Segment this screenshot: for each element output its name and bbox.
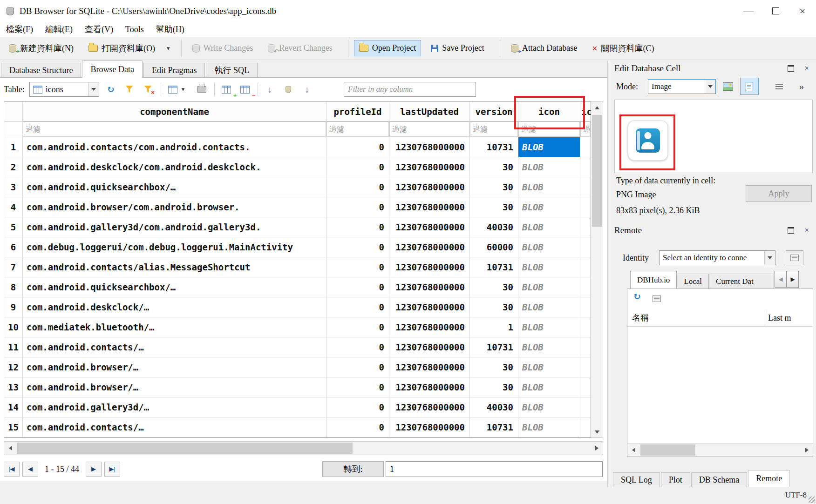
row-number[interactable]: 9: [4, 297, 23, 317]
mode-select-arrow[interactable]: [705, 80, 715, 94]
cell-version[interactable]: 60000: [470, 237, 518, 257]
filter-input-profileId[interactable]: [326, 121, 389, 137]
scroll-left-button[interactable]: [627, 444, 639, 457]
cell-partial[interactable]: [580, 337, 591, 357]
close-button[interactable]: ×: [789, 0, 816, 22]
cell-icon[interactable]: BLOB: [518, 257, 580, 277]
table-select[interactable]: icons: [29, 82, 99, 97]
cell-icon[interactable]: BLOB: [518, 397, 580, 417]
horizontal-scrollbar[interactable]: [4, 441, 603, 455]
insert-column-button[interactable]: ↓: [263, 82, 277, 96]
float-panel-button[interactable]: [785, 225, 797, 236]
mode-select[interactable]: Image: [648, 79, 716, 94]
maximize-button[interactable]: [762, 0, 789, 22]
cell-componentName[interactable]: com.android.contacts/…: [23, 417, 326, 437]
first-record-button[interactable]: |◀: [4, 462, 20, 477]
cell-lastUpdated[interactable]: 1230768000000: [389, 157, 470, 177]
cell-icon[interactable]: BLOB: [518, 417, 580, 437]
cell-lastUpdated[interactable]: 1230768000000: [389, 297, 470, 317]
cell-version[interactable]: 30: [470, 297, 518, 317]
cell-partial[interactable]: [580, 197, 591, 217]
cell-partial[interactable]: [580, 237, 591, 257]
table-row[interactable]: 13 com.android.browser/… 0 1230768000000…: [4, 377, 591, 397]
cell-version[interactable]: 40030: [470, 397, 518, 417]
cell-version[interactable]: 30: [470, 277, 518, 297]
table-row[interactable]: 1 com.android.contacts/com.android.conta…: [4, 137, 591, 157]
cell-profileId[interactable]: 0: [326, 397, 389, 417]
cell-componentName[interactable]: com.android.contacts/com.android.contact…: [23, 137, 326, 157]
cell-profileId[interactable]: 0: [326, 257, 389, 277]
cell-partial[interactable]: [580, 157, 591, 177]
filter-input-version[interactable]: [470, 121, 518, 137]
row-number[interactable]: 4: [4, 197, 23, 217]
cell-icon[interactable]: BLOB: [518, 357, 580, 377]
table-row[interactable]: 15 com.android.contacts/… 0 123076800000…: [4, 417, 591, 437]
cell-componentName[interactable]: com.android.deskclock/…: [23, 297, 326, 317]
column-header-lastUpdated[interactable]: lastUpdated: [389, 102, 470, 121]
filter-button[interactable]: [122, 82, 136, 96]
open-project-button[interactable]: Open Project: [354, 40, 421, 56]
sort-column-button[interactable]: ↓: [300, 82, 314, 96]
clear-filters-button[interactable]: ×: [141, 82, 155, 96]
tab-edit-pragmas[interactable]: Edit Pragmas: [143, 63, 205, 77]
cell-componentName[interactable]: com.android.browser/…: [23, 377, 326, 397]
remote-scrollbar-thumb[interactable]: [640, 444, 695, 456]
row-number[interactable]: 8: [4, 277, 23, 297]
tab-database-structure[interactable]: Database Structure: [1, 63, 81, 77]
cell-componentName[interactable]: com.android.browser/…: [23, 357, 326, 377]
horizontal-scrollbar-thumb[interactable]: [17, 443, 353, 454]
cell-componentName[interactable]: com.android.browser/com.android.browser.: [23, 197, 326, 217]
scroll-down-button[interactable]: [591, 426, 603, 437]
remote-column-name[interactable]: 名稱: [627, 309, 764, 326]
new-database-button[interactable]: + 新建資料庫(N): [4, 40, 79, 57]
table-row[interactable]: 11 com.android.contacts/… 0 123076800000…: [4, 337, 591, 357]
cell-partial[interactable]: [580, 137, 591, 157]
scroll-right-button[interactable]: [591, 442, 603, 455]
menu-edit[interactable]: 編輯(E): [39, 24, 79, 35]
text-document-button[interactable]: [740, 78, 759, 95]
cell-componentName[interactable]: com.debug.loggerui/com.debug.loggerui.Ma…: [23, 237, 326, 257]
tab-local[interactable]: Local: [677, 274, 709, 289]
table-row[interactable]: 9 com.android.deskclock/… 0 123076800000…: [4, 297, 591, 317]
cell-lastUpdated[interactable]: 1230768000000: [389, 217, 470, 237]
row-number[interactable]: 12: [4, 357, 23, 377]
scroll-right-button[interactable]: [801, 444, 813, 457]
table-row[interactable]: 14 com.android.gallery3d/… 0 12307680000…: [4, 397, 591, 417]
cell-lastUpdated[interactable]: 1230768000000: [389, 237, 470, 257]
cell-icon[interactable]: BLOB: [518, 157, 580, 177]
float-panel-button[interactable]: [785, 63, 797, 74]
row-number[interactable]: 14: [4, 397, 23, 417]
cell-componentName[interactable]: com.android.deskclock/com.android.deskcl…: [23, 157, 326, 177]
cell-version[interactable]: 10731: [470, 337, 518, 357]
cell-icon[interactable]: BLOB: [518, 377, 580, 397]
cell-icon[interactable]: BLOB: [518, 137, 580, 157]
delete-record-button[interactable]: −: [238, 82, 252, 96]
table-row[interactable]: 4 com.android.browser/com.android.browse…: [4, 197, 591, 217]
cell-profileId[interactable]: 0: [326, 237, 389, 257]
column-header-profileId[interactable]: profileId: [326, 102, 389, 121]
apply-button[interactable]: Apply: [746, 185, 812, 202]
open-database-dropdown[interactable]: ▾: [165, 42, 172, 55]
cell-lastUpdated[interactable]: 1230768000000: [389, 357, 470, 377]
cell-profileId[interactable]: 0: [326, 377, 389, 397]
import-image-button[interactable]: [720, 79, 736, 94]
cell-lastUpdated[interactable]: 1230768000000: [389, 337, 470, 357]
cell-profileId[interactable]: 0: [326, 277, 389, 297]
cell-lastUpdated[interactable]: 1230768000000: [389, 377, 470, 397]
table-row[interactable]: 2 com.android.deskclock/com.android.desk…: [4, 157, 591, 177]
next-record-button[interactable]: ▶: [86, 462, 102, 477]
word-wrap-button[interactable]: [771, 79, 788, 94]
cell-icon[interactable]: BLOB: [518, 237, 580, 257]
tab-scroll-right-button[interactable]: ▶: [787, 271, 799, 288]
cell-profileId[interactable]: 0: [326, 317, 389, 337]
cell-partial[interactable]: [580, 217, 591, 237]
row-number[interactable]: 15: [4, 417, 23, 437]
cell-partial[interactable]: [580, 177, 591, 197]
cell-lastUpdated[interactable]: 1230768000000: [389, 417, 470, 437]
cell-partial[interactable]: [580, 317, 591, 337]
row-number[interactable]: 11: [4, 337, 23, 357]
filter-input-componentName[interactable]: [23, 121, 326, 137]
cell-profileId[interactable]: 0: [326, 297, 389, 317]
cell-lastUpdated[interactable]: 1230768000000: [389, 197, 470, 217]
cell-version[interactable]: 40030: [470, 217, 518, 237]
